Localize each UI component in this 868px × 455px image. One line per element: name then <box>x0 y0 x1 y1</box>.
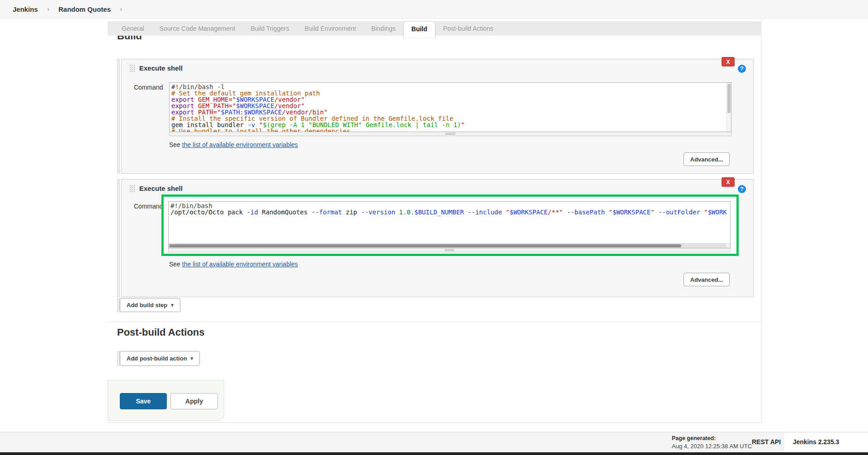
code-line: export GEM_HOME="$WORKSPACE/vendor" <box>171 96 726 103</box>
scrollbar-corner <box>726 243 730 248</box>
breadcrumb-item-jenkins[interactable]: Jenkins <box>13 5 38 13</box>
code-line: # Install the specific version of Bundle… <box>171 115 726 122</box>
highlight-box: #!/bin/bash/opt/octo/Octo pack -id Rando… <box>161 194 739 256</box>
tab-build[interactable]: Build <box>403 21 435 38</box>
step-drag-stripe[interactable] <box>117 179 120 297</box>
scrollbar-thumb[interactable] <box>727 84 731 113</box>
tab-bindings[interactable]: Bindings <box>363 21 403 36</box>
step-title: Execute shell <box>139 185 183 193</box>
breadcrumb-item-random-quotes[interactable]: Random Quotes <box>58 5 111 13</box>
step-title: Execute shell <box>139 64 183 72</box>
tab-general[interactable]: General <box>114 21 152 36</box>
vertical-scrollbar[interactable] <box>726 83 731 132</box>
env-vars-note: See the list of available environment va… <box>169 141 298 148</box>
env-vars-note-prefix: See <box>169 141 182 148</box>
code-line: export PATH="$PATH:$WORKSPACE/vendor/bin… <box>171 109 726 115</box>
command-label: Command <box>134 84 163 91</box>
add-build-step-label: Add build step <box>127 302 167 308</box>
chevron-right-icon[interactable]: › <box>120 5 122 13</box>
chevron-right-icon[interactable]: › <box>47 5 49 13</box>
jenkins-config-page: Jenkins › Random Quotes › General Source… <box>0 0 868 455</box>
code-line: gem install bundler -v "$(grep -A 1 "BUN… <box>171 122 726 128</box>
add-post-build-action-button[interactable]: Add post-build action ▾ <box>120 351 200 366</box>
drag-handle-icon[interactable] <box>129 185 136 193</box>
tab-post-build-actions[interactable]: Post-build Actions <box>435 21 501 36</box>
add-build-step-button[interactable]: Add build step ▾ <box>120 298 180 312</box>
code-area[interactable]: #!/bin/bash/opt/octo/Octo pack -id Rando… <box>169 202 730 243</box>
build-step-panel-2: Execute shell X ? Command #!/bin/bash/op… <box>121 179 754 297</box>
help-icon[interactable]: ? <box>738 65 746 73</box>
code-line: # Use bundler to install the other depen… <box>171 128 726 132</box>
build-step-panel-1: Execute shell X ? Command #!/bin/bash -l… <box>121 59 754 174</box>
env-vars-link[interactable]: the list of available environment variab… <box>182 261 298 268</box>
help-icon[interactable]: ? <box>738 185 746 193</box>
breadcrumb: Jenkins › Random Quotes › <box>0 0 868 19</box>
post-build-heading: Post-build Actions <box>117 327 205 338</box>
step-drag-stripe[interactable] <box>117 59 120 174</box>
jenkins-version-link[interactable]: Jenkins 2.235.3 <box>787 438 845 446</box>
code-line: /opt/octo/Octo pack -id RandomQuotes --f… <box>170 209 730 215</box>
code-line: #!/bin/bash -l <box>171 84 726 90</box>
page-generated-label: Page generated: <box>672 435 716 441</box>
drag-handle-icon[interactable] <box>129 64 136 72</box>
apply-button[interactable]: Apply <box>170 393 218 409</box>
code-line: export GEM_PATH="$WORKSPACE/vendor" <box>171 103 726 109</box>
advanced-button[interactable]: Advanced... <box>684 273 730 286</box>
section-divider <box>108 322 762 322</box>
tab-bar: General Source Code Management Build Tri… <box>108 21 762 36</box>
env-vars-link[interactable]: the list of available environment variab… <box>182 141 298 148</box>
resize-handle[interactable] <box>168 248 731 252</box>
delete-step-button[interactable]: X <box>722 177 735 187</box>
resize-grip-icon <box>445 133 455 135</box>
config-form: General Source Code Management Build Tri… <box>108 19 762 423</box>
env-vars-note-prefix: See <box>169 261 182 268</box>
add-post-build-action-label: Add post-build action <box>127 355 187 362</box>
chevron-down-icon: ▾ <box>171 302 174 308</box>
delete-step-button[interactable]: X <box>722 57 735 66</box>
command-label: Command <box>134 203 163 210</box>
resize-handle[interactable] <box>169 132 731 136</box>
chevron-down-icon: ▾ <box>191 355 193 361</box>
command-editor[interactable]: #!/bin/bash -l# Set the default gem inst… <box>169 82 731 132</box>
resize-grip-icon <box>444 249 454 251</box>
bottom-sticker: Save Apply <box>108 380 224 421</box>
code-line: # Set the default gem installation path <box>171 90 726 96</box>
tab-source-code-management[interactable]: Source Code Management <box>152 21 243 36</box>
command-editor[interactable]: #!/bin/bash/opt/octo/Octo pack -id Rando… <box>168 201 731 248</box>
window-bottom-edge <box>0 452 868 455</box>
env-vars-note: See the list of available environment va… <box>169 261 298 268</box>
code-area[interactable]: #!/bin/bash -l# Set the default gem inst… <box>170 83 726 132</box>
footer: Page generated: Aug 4, 2020 12:25:38 AM … <box>0 432 868 452</box>
page-generated-time: Aug 4, 2020 12:25:38 AM UTC <box>672 443 752 450</box>
tab-build-environment[interactable]: Build Environment <box>297 21 364 36</box>
advanced-button[interactable]: Advanced... <box>684 152 730 166</box>
rest-api-link[interactable]: REST API <box>747 438 786 446</box>
scrollbar-thumb[interactable] <box>169 244 681 247</box>
save-button[interactable]: Save <box>120 393 167 409</box>
horizontal-scrollbar[interactable] <box>169 243 726 248</box>
code-line: #!/bin/bash <box>170 203 730 209</box>
tab-build-triggers[interactable]: Build Triggers <box>243 21 297 36</box>
